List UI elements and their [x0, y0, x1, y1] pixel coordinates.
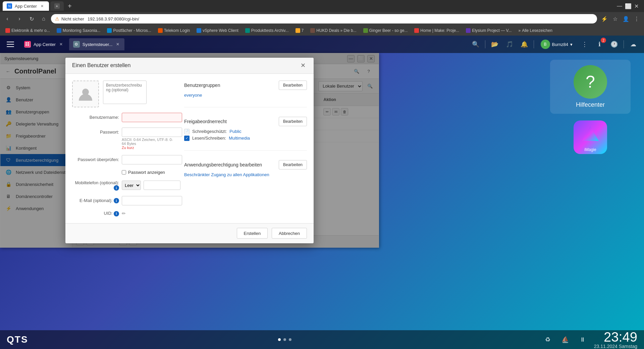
appcenter-tab-close[interactable]: ✕ — [58, 42, 64, 47]
dot-2[interactable] — [283, 338, 286, 341]
browser-tab-active[interactable]: N App Center ✕ — [3, 1, 49, 11]
uid-info-icon[interactable]: i — [114, 211, 119, 216]
taskbar-icon-2[interactable]: ⛵ — [559, 334, 571, 346]
search-topbar-button[interactable]: 🔍 — [470, 39, 481, 50]
create-user-modal: Einen Benutzer erstellen ✕ — [65, 58, 314, 243]
username-input[interactable] — [122, 113, 182, 122]
back-button[interactable]: ‹ — [3, 14, 12, 23]
media-button[interactable]: 🎵 — [504, 39, 515, 50]
browser-tab-new[interactable]: + — [50, 1, 64, 11]
taskbar-center — [278, 338, 291, 341]
confirm-password-row: Passwort überprüfen: — [72, 155, 176, 164]
bookmark-8[interactable]: HUKD Deals » Die b... — [308, 27, 359, 34]
groups-section: Benutzergruppen Bearbeiten everyone — [184, 81, 307, 98]
avatar-upload-button[interactable] — [72, 81, 99, 107]
modal-close-button[interactable]: ✕ — [299, 61, 307, 69]
tab-favicon: N — [7, 3, 12, 9]
favorites-button[interactable]: ☆ — [610, 14, 620, 23]
systemsteuerung-tab-close[interactable]: ✕ — [115, 42, 120, 47]
groups-edit-button[interactable]: Bearbeiten — [279, 81, 307, 90]
password-input[interactable] — [122, 128, 182, 137]
bookmark-4[interactable]: Telekom Login — [155, 27, 193, 34]
address-bar[interactable]: ⚠ Nicht sicher 192.168.3.97:8080/cgi-bin… — [51, 14, 597, 23]
user-menu-button[interactable]: B Burnz84 ▾ — [538, 38, 575, 50]
bookmark-2[interactable]: Monitoring Saxonia... — [54, 27, 103, 34]
bookmark-11[interactable]: Elysium Project — V... — [463, 27, 514, 34]
qts-logo: QTS — [7, 334, 28, 345]
uid-label-text: UID: — [104, 211, 112, 216]
bookmark-label-11: Elysium Project — V... — [472, 28, 512, 33]
share-write-link[interactable]: Public — [229, 129, 241, 134]
dot-3[interactable] — [289, 338, 291, 341]
password-row: Passwort: — [72, 128, 176, 137]
bookmark-more[interactable]: » Alle Lesezeichen — [516, 27, 555, 34]
show-password-checkbox[interactable] — [122, 170, 126, 174]
bookmark-1[interactable]: Elektronik & mehr o... — [3, 27, 53, 34]
phone-country-select[interactable]: Leer — [122, 181, 141, 190]
more-button[interactable]: ⋮ — [632, 14, 641, 23]
share-write-icon: 📄 — [184, 129, 190, 134]
phone-label: Mobiltelefon (optional): i — [72, 180, 119, 191]
bookmark-9[interactable]: Ginger Beer - so ge... — [361, 27, 411, 34]
password-hints: ASCII: 0-64 Zeichen, UTF-8: 0-64 Bytes Z… — [122, 138, 176, 150]
app-perm-link[interactable]: Beschränkter Zugang zu allen Applikation… — [184, 172, 269, 177]
description-textarea[interactable] — [103, 81, 147, 104]
bookmark-favicon-10 — [414, 28, 419, 33]
taskbar-icon-1[interactable]: ♻ — [542, 334, 554, 346]
home-button[interactable]: ⌂ — [39, 14, 48, 23]
bookmark-label-9: Ginger Beer - so ge... — [369, 28, 408, 33]
bookmark-favicon-8 — [310, 28, 315, 33]
bookmark-7[interactable]: 7 — [293, 27, 307, 34]
file-manager-button[interactable]: 📂 — [489, 39, 500, 50]
username-label: Benutzername: — [72, 115, 119, 120]
minimize-browser-button[interactable]: — — [617, 3, 622, 9]
bookmark-5[interactable]: vSphere Web Client — [194, 27, 241, 34]
bookmark-all-label: Alle Lesezeichen — [522, 28, 552, 33]
notifications-button[interactable]: 🔔 — [519, 39, 530, 50]
uid-edit-button[interactable]: ✏ — [122, 211, 126, 216]
phone-info-icon[interactable]: i — [114, 185, 119, 191]
dot-1[interactable] — [278, 338, 281, 341]
bookmark-favicon-9 — [363, 28, 368, 33]
close-browser-button[interactable]: ✕ — [634, 3, 639, 9]
extensions-button[interactable]: ⚡ — [600, 14, 609, 23]
reload-button[interactable]: ↻ — [27, 14, 36, 23]
clock-button[interactable]: 🕐 — [609, 39, 620, 50]
info-button[interactable]: ℹ 2 — [594, 39, 605, 50]
app-tab-appcenter[interactable]: App Center ✕ — [20, 38, 68, 50]
bookmark-3[interactable]: Postfächer - Micros... — [104, 27, 154, 34]
tab-close-button[interactable]: ✕ — [40, 3, 45, 9]
clock-time: 23:49 — [594, 330, 637, 344]
share-edit-button[interactable]: Bearbeiten — [279, 117, 307, 126]
profile-button[interactable]: 👤 — [621, 14, 631, 23]
email-input[interactable] — [122, 196, 182, 205]
more-options-button[interactable]: ⋮ — [579, 39, 590, 50]
modal-create-button[interactable]: Erstellen — [237, 228, 268, 239]
svg-rect-2 — [25, 44, 27, 46]
confirm-password-input[interactable] — [122, 155, 182, 164]
bookmark-favicon-3 — [107, 28, 112, 33]
taskbar-icon-3[interactable]: ⏸ — [577, 334, 589, 346]
modal-cancel-button[interactable]: Abbrechen — [272, 228, 307, 239]
phone-input[interactable] — [144, 181, 180, 190]
share-read-link[interactable]: Multimedia — [229, 136, 250, 141]
bookmark-6[interactable]: Produkttests Archiv... — [243, 27, 291, 34]
share-read-icon: ✓ — [184, 136, 190, 141]
chevron-down-icon: ▾ — [570, 42, 573, 47]
hamburger-menu-button[interactable] — [5, 39, 16, 50]
app-tab-systemsteuerung[interactable]: ⚙ Systemsteuer... ✕ — [69, 38, 125, 50]
app-perm-edit-button[interactable]: Bearbeiten — [279, 160, 307, 169]
app-tabs: App Center ✕ ⚙ Systemsteuer... ✕ — [20, 38, 466, 50]
taskbar-right: ♻ ⛵ ⏸ 23:49 23.11.2024 Samstag — [542, 330, 637, 349]
forward-button[interactable]: › — [15, 14, 24, 23]
imagie-app-icon[interactable]: iMagie — [574, 120, 607, 154]
groups-link[interactable]: everyone — [184, 93, 202, 98]
restore-browser-button[interactable]: ⬜ — [625, 3, 632, 9]
browser-chrome: N App Center ✕ + + — ⬜ ✕ ‹ › ↻ ⌂ ⚠ Nicht… — [0, 0, 644, 36]
email-info-icon[interactable]: i — [114, 198, 119, 203]
systemsteuerung-icon: ⚙ — [73, 41, 80, 48]
cloud-button[interactable]: ☁ — [628, 39, 639, 50]
bookmark-10[interactable]: Home | Make: Proje... — [412, 27, 462, 34]
share-title: Freigabeordnerrecht — [184, 119, 227, 124]
new-tab-button[interactable]: + — [65, 1, 74, 11]
